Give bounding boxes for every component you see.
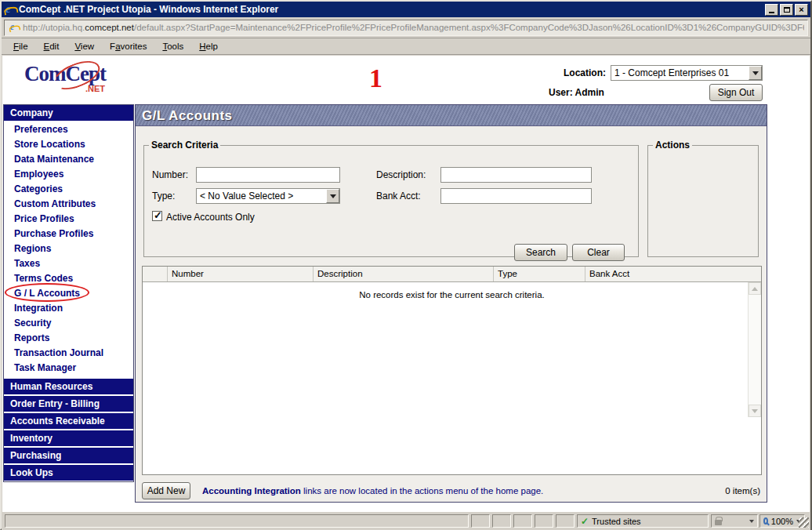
menu-tools[interactable]: Tools <box>154 39 191 53</box>
security-zone-cell[interactable]: ✓ Trusted sites <box>577 514 709 528</box>
column-header-type[interactable]: Type <box>494 267 585 281</box>
sidebar-section-order-entry-billing[interactable]: Order Entry - Billing <box>4 396 133 412</box>
active-accounts-checkbox[interactable] <box>152 211 162 221</box>
comcept-logo: ComCept .NET <box>24 62 126 100</box>
sidebar-item-reports[interactable]: Reports <box>4 331 133 346</box>
sidebar-section-look-ups[interactable]: Look Ups <box>4 465 133 481</box>
menu-favorites[interactable]: Favorites <box>102 39 154 53</box>
url-text: http://utopia.hq.comcept.net/default.asp… <box>23 23 804 32</box>
page-viewport: ComCept .NET 1 Location: 1 - Comcept Ent… <box>2 56 810 512</box>
search-criteria-fieldset: Search Criteria Number: Description: Typ… <box>143 140 639 257</box>
minimize-button[interactable] <box>765 4 778 16</box>
type-dropdown-arrow-icon[interactable] <box>326 189 339 203</box>
description-field[interactable] <box>440 167 592 183</box>
menu-bar: File Edit View Favorites Tools Help <box>2 38 810 55</box>
status-cell <box>471 514 490 528</box>
bank-acct-label: Bank Acct: <box>376 191 421 201</box>
sidebar-item-purchase-profiles[interactable]: Purchase Profiles <box>4 227 133 241</box>
description-label: Description: <box>376 169 426 180</box>
logo-net-suffix: .NET <box>85 84 105 93</box>
sidebar-item-taxes[interactable]: Taxes <box>4 256 133 271</box>
scroll-up-button[interactable] <box>749 282 761 295</box>
menu-view[interactable]: View <box>67 39 102 53</box>
protected-mode-cell[interactable] <box>711 514 758 528</box>
search-criteria-legend: Search Criteria <box>149 140 220 151</box>
active-accounts-label: Active Accounts Only <box>166 212 255 223</box>
bank-acct-field[interactable] <box>440 188 592 204</box>
close-button[interactable]: × <box>795 4 808 16</box>
menu-edit[interactable]: Edit <box>36 39 67 53</box>
sidebar-item-gl-accounts[interactable]: G / L Accounts <box>4 286 133 301</box>
status-message-cell <box>5 514 469 528</box>
number-label: Number: <box>152 169 188 180</box>
number-field[interactable] <box>196 167 340 183</box>
results-footer: Add New Accounting Integration links are… <box>142 481 760 501</box>
column-header-bank-acct[interactable]: Bank Acct <box>585 267 761 281</box>
sidebar-item-security[interactable]: Security <box>4 316 133 331</box>
resize-grip[interactable] <box>799 517 809 528</box>
sidebar-item-preferences[interactable]: Preferences <box>4 122 133 137</box>
status-cell <box>492 514 511 528</box>
ie-icon: e <box>4 4 16 16</box>
sidebar-header-company[interactable]: Company <box>4 105 133 121</box>
actions-legend: Actions <box>653 140 692 151</box>
type-select[interactable]: < No Value Selected > <box>196 188 340 204</box>
type-selected-value: < No Value Selected > <box>197 189 326 203</box>
sidebar-section-human-resources[interactable]: Human Resources <box>4 379 133 394</box>
column-header-description[interactable]: Description <box>314 267 494 281</box>
sidebar-item-employees[interactable]: Employees <box>4 167 133 182</box>
status-bar: ✓ Trusted sites 100% <box>2 513 810 530</box>
status-cell <box>513 514 532 528</box>
sidebar-item-custom-attributes[interactable]: Custom Attributes <box>4 197 133 212</box>
scroll-down-button[interactable] <box>749 405 761 417</box>
page-title: G/L Accounts <box>136 105 767 126</box>
location-selected-value: 1 - Comcept Enterprises 01 <box>611 66 749 80</box>
type-label: Type: <box>152 191 175 201</box>
item-count: 0 item(s) <box>725 486 760 496</box>
sidebar-item-integration[interactable]: Integration <box>4 301 133 316</box>
actions-fieldset: Actions <box>647 140 759 257</box>
results-grid: Number Description Type Bank Acct No rec… <box>142 266 762 475</box>
search-button[interactable]: Search <box>514 244 567 261</box>
browser-window: e ComCept .NET Project Utopia - Windows … <box>0 0 812 530</box>
trusted-sites-label: Trusted sites <box>592 517 641 526</box>
sidebar-section-purchasing[interactable]: Purchasing <box>4 448 133 463</box>
results-header-row: Number Description Type Bank Acct <box>143 267 761 282</box>
url-input[interactable]: e http://utopia.hq.comcept.net/default.a… <box>4 20 808 36</box>
location-dropdown-arrow-icon[interactable] <box>749 66 762 80</box>
sidebar-item-transaction-journal[interactable]: Transaction Journal <box>4 346 133 361</box>
address-bar: e http://utopia.hq.comcept.net/default.a… <box>2 17 810 38</box>
sidebar-item-categories[interactable]: Categories <box>4 182 133 197</box>
page-favicon-icon: e <box>9 23 19 32</box>
add-new-button[interactable]: Add New <box>142 482 190 499</box>
results-scrollbar[interactable] <box>748 282 761 417</box>
sidebar-item-data-maintenance[interactable]: Data Maintenance <box>4 152 133 167</box>
sidebar-section-inventory[interactable]: Inventory <box>4 430 133 446</box>
column-header-blank <box>143 267 168 281</box>
accounting-integration-note: Accounting Integration links are now loc… <box>202 486 543 496</box>
status-cell <box>556 514 575 528</box>
location-label: Location: <box>504 67 606 78</box>
sidebar-item-terms-codes[interactable]: Terms Codes <box>4 271 133 286</box>
status-cell <box>535 514 553 528</box>
maximize-button[interactable] <box>780 4 793 16</box>
sign-out-button[interactable]: Sign Out <box>709 84 763 101</box>
sidebar-section-accounts-receivable[interactable]: Accounts Receivable <box>4 413 133 429</box>
sidebar-item-store-locations[interactable]: Store Locations <box>4 137 133 152</box>
location-select[interactable]: 1 - Comcept Enterprises 01 <box>611 65 763 81</box>
zoom-level: 100% <box>771 517 793 526</box>
menu-help[interactable]: Help <box>191 39 226 53</box>
sidebar-item-task-manager[interactable]: Task Manager <box>4 361 133 376</box>
sidebar-item-price-profiles[interactable]: Price Profiles <box>4 212 133 227</box>
column-header-number[interactable]: Number <box>168 267 314 281</box>
sidebar-item-regions[interactable]: Regions <box>4 241 133 256</box>
menu-file[interactable]: File <box>5 39 36 53</box>
security-dropdown-arrow-icon[interactable] <box>749 520 754 523</box>
empty-results-message: No records exist for the current search … <box>143 290 761 299</box>
window-title: ComCept .NET Project Utopia - Windows In… <box>19 4 765 15</box>
trusted-check-icon: ✓ <box>581 516 589 527</box>
zoom-icon <box>763 517 768 525</box>
clear-button[interactable]: Clear <box>572 244 625 261</box>
title-bar: e ComCept .NET Project Utopia - Windows … <box>2 2 810 17</box>
sidebar-nav: Company Preferences Store Locations Data… <box>3 104 134 482</box>
